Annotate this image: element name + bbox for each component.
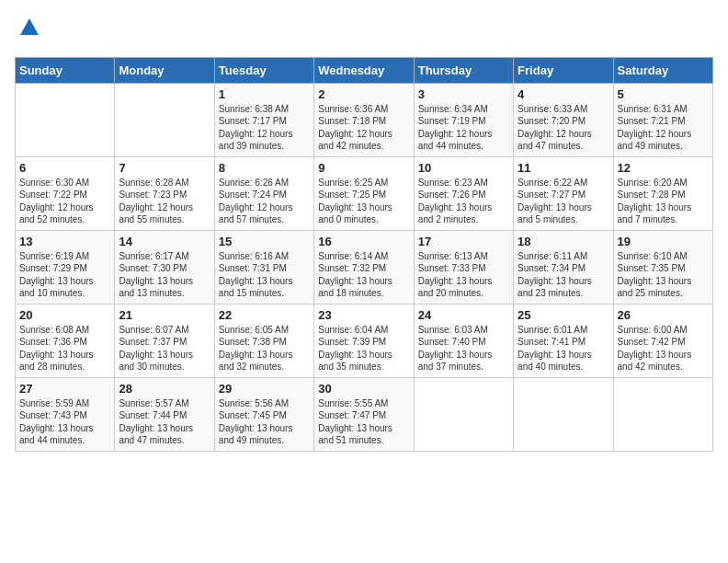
day-info: Sunrise: 6:36 AM Sunset: 7:18 PM Dayligh… <box>318 103 409 153</box>
day-info: Sunrise: 5:57 AM Sunset: 7:44 PM Dayligh… <box>119 397 210 447</box>
day-info: Sunrise: 6:28 AM Sunset: 7:23 PM Dayligh… <box>119 177 210 226</box>
day-number: 29 <box>219 382 310 396</box>
calendar-cell: 2Sunrise: 6:36 AM Sunset: 7:18 PM Daylig… <box>314 83 414 156</box>
day-info: Sunrise: 6:08 AM Sunset: 7:36 PM Dayligh… <box>19 324 110 373</box>
day-info: Sunrise: 5:55 AM Sunset: 7:47 PM Dayligh… <box>318 397 409 447</box>
day-info: Sunrise: 6:30 AM Sunset: 7:22 PM Dayligh… <box>19 177 110 226</box>
day-info: Sunrise: 6:17 AM Sunset: 7:30 PM Dayligh… <box>119 250 210 300</box>
calendar-cell: 22Sunrise: 6:05 AM Sunset: 7:38 PM Dayli… <box>214 304 313 377</box>
calendar-cell: 5Sunrise: 6:31 AM Sunset: 7:21 PM Daylig… <box>613 83 712 156</box>
day-number: 1 <box>219 87 310 101</box>
day-number: 8 <box>219 161 310 175</box>
calendar-cell: 19Sunrise: 6:10 AM Sunset: 7:35 PM Dayli… <box>613 230 712 304</box>
day-info: Sunrise: 6:33 AM Sunset: 7:20 PM Dayligh… <box>518 103 609 153</box>
calendar-cell: 14Sunrise: 6:17 AM Sunset: 7:30 PM Dayli… <box>115 230 214 304</box>
day-number: 14 <box>119 235 210 248</box>
day-info: Sunrise: 6:14 AM Sunset: 7:32 PM Dayligh… <box>318 250 409 300</box>
day-number: 28 <box>119 382 210 396</box>
col-header-monday: Monday <box>115 57 214 83</box>
day-number: 26 <box>618 308 709 322</box>
day-info: Sunrise: 6:34 AM Sunset: 7:19 PM Dayligh… <box>418 103 509 153</box>
calendar-cell: 3Sunrise: 6:34 AM Sunset: 7:19 PM Daylig… <box>414 83 513 156</box>
day-number: 21 <box>119 308 210 322</box>
day-info: Sunrise: 6:05 AM Sunset: 7:38 PM Dayligh… <box>219 324 310 373</box>
calendar-cell: 4Sunrise: 6:33 AM Sunset: 7:20 PM Daylig… <box>514 83 613 156</box>
calendar-cell: 18Sunrise: 6:11 AM Sunset: 7:34 PM Dayli… <box>514 230 613 304</box>
calendar-cell: 15Sunrise: 6:16 AM Sunset: 7:31 PM Dayli… <box>214 230 313 304</box>
calendar-cell: 27Sunrise: 5:59 AM Sunset: 7:43 PM Dayli… <box>16 377 115 451</box>
calendar-cell: 16Sunrise: 6:14 AM Sunset: 7:32 PM Dayli… <box>314 230 414 304</box>
day-number: 25 <box>518 308 609 322</box>
calendar-cell: 10Sunrise: 6:23 AM Sunset: 7:26 PM Dayli… <box>414 156 513 230</box>
calendar-cell: 25Sunrise: 6:01 AM Sunset: 7:41 PM Dayli… <box>514 304 613 377</box>
day-number: 20 <box>19 308 110 322</box>
calendar-week-5: 27Sunrise: 5:59 AM Sunset: 7:43 PM Dayli… <box>16 377 713 451</box>
day-number: 12 <box>618 161 709 175</box>
day-info: Sunrise: 6:16 AM Sunset: 7:31 PM Dayligh… <box>219 250 310 300</box>
calendar-cell: 21Sunrise: 6:07 AM Sunset: 7:37 PM Dayli… <box>115 304 214 377</box>
col-header-thursday: Thursday <box>414 57 513 83</box>
calendar-week-3: 13Sunrise: 6:19 AM Sunset: 7:29 PM Dayli… <box>16 230 713 304</box>
logo-icon <box>17 15 42 40</box>
col-header-friday: Friday <box>514 57 613 83</box>
day-number: 4 <box>518 87 609 101</box>
day-number: 9 <box>318 161 409 175</box>
col-header-saturday: Saturday <box>613 57 712 83</box>
day-info: Sunrise: 6:26 AM Sunset: 7:24 PM Dayligh… <box>219 177 310 226</box>
day-number: 10 <box>418 161 509 175</box>
day-info: Sunrise: 6:07 AM Sunset: 7:37 PM Dayligh… <box>119 324 210 373</box>
calendar-cell <box>613 377 712 451</box>
day-number: 5 <box>618 87 709 101</box>
col-header-tuesday: Tuesday <box>214 57 313 83</box>
day-number: 11 <box>518 161 609 175</box>
calendar-week-2: 6Sunrise: 6:30 AM Sunset: 7:22 PM Daylig… <box>16 156 713 230</box>
day-number: 15 <box>219 235 310 248</box>
calendar-cell: 8Sunrise: 6:26 AM Sunset: 7:24 PM Daylig… <box>214 156 313 230</box>
calendar-cell <box>514 377 613 451</box>
day-info: Sunrise: 6:23 AM Sunset: 7:26 PM Dayligh… <box>418 177 509 226</box>
day-number: 16 <box>318 235 409 248</box>
day-number: 13 <box>19 235 110 248</box>
calendar-cell: 30Sunrise: 5:55 AM Sunset: 7:47 PM Dayli… <box>314 377 414 451</box>
day-info: Sunrise: 6:04 AM Sunset: 7:39 PM Dayligh… <box>318 324 409 373</box>
day-info: Sunrise: 6:13 AM Sunset: 7:33 PM Dayligh… <box>418 250 509 300</box>
calendar-cell: 23Sunrise: 6:04 AM Sunset: 7:39 PM Dayli… <box>314 304 414 377</box>
day-info: Sunrise: 6:10 AM Sunset: 7:35 PM Dayligh… <box>618 250 709 300</box>
day-info: Sunrise: 6:22 AM Sunset: 7:27 PM Dayligh… <box>518 177 609 226</box>
logo <box>15 15 42 46</box>
calendar-cell <box>414 377 513 451</box>
day-number: 17 <box>418 235 509 248</box>
calendar-week-4: 20Sunrise: 6:08 AM Sunset: 7:36 PM Dayli… <box>16 304 713 377</box>
calendar-cell: 24Sunrise: 6:03 AM Sunset: 7:40 PM Dayli… <box>414 304 513 377</box>
day-number: 2 <box>318 87 409 101</box>
day-number: 19 <box>618 235 709 248</box>
day-info: Sunrise: 5:56 AM Sunset: 7:45 PM Dayligh… <box>219 397 310 447</box>
day-number: 18 <box>518 235 609 248</box>
calendar-cell: 11Sunrise: 6:22 AM Sunset: 7:27 PM Dayli… <box>514 156 613 230</box>
day-number: 27 <box>19 382 110 396</box>
calendar-cell: 6Sunrise: 6:30 AM Sunset: 7:22 PM Daylig… <box>16 156 115 230</box>
day-info: Sunrise: 6:31 AM Sunset: 7:21 PM Dayligh… <box>618 103 709 153</box>
calendar-cell <box>16 83 115 156</box>
calendar-cell: 7Sunrise: 6:28 AM Sunset: 7:23 PM Daylig… <box>115 156 214 230</box>
day-info: Sunrise: 6:20 AM Sunset: 7:28 PM Dayligh… <box>618 177 709 226</box>
calendar-cell: 9Sunrise: 6:25 AM Sunset: 7:25 PM Daylig… <box>314 156 414 230</box>
day-number: 22 <box>219 308 310 322</box>
day-info: Sunrise: 6:19 AM Sunset: 7:29 PM Dayligh… <box>19 250 110 300</box>
calendar-cell: 17Sunrise: 6:13 AM Sunset: 7:33 PM Dayli… <box>414 230 513 304</box>
day-number: 24 <box>418 308 509 322</box>
col-header-sunday: Sunday <box>16 57 115 83</box>
calendar-cell <box>115 83 214 156</box>
calendar-table: SundayMondayTuesdayWednesdayThursdayFrid… <box>15 57 713 452</box>
day-info: Sunrise: 6:38 AM Sunset: 7:17 PM Dayligh… <box>219 103 310 153</box>
day-number: 30 <box>318 382 409 396</box>
svg-marker-0 <box>20 18 39 35</box>
calendar-cell: 1Sunrise: 6:38 AM Sunset: 7:17 PM Daylig… <box>214 83 313 156</box>
calendar-cell: 13Sunrise: 6:19 AM Sunset: 7:29 PM Dayli… <box>16 230 115 304</box>
day-info: Sunrise: 6:01 AM Sunset: 7:41 PM Dayligh… <box>518 324 609 373</box>
header-row: SundayMondayTuesdayWednesdayThursdayFrid… <box>16 57 713 83</box>
page-header <box>15 15 713 46</box>
day-number: 6 <box>19 161 110 175</box>
day-number: 7 <box>119 161 210 175</box>
calendar-cell: 12Sunrise: 6:20 AM Sunset: 7:28 PM Dayli… <box>613 156 712 230</box>
